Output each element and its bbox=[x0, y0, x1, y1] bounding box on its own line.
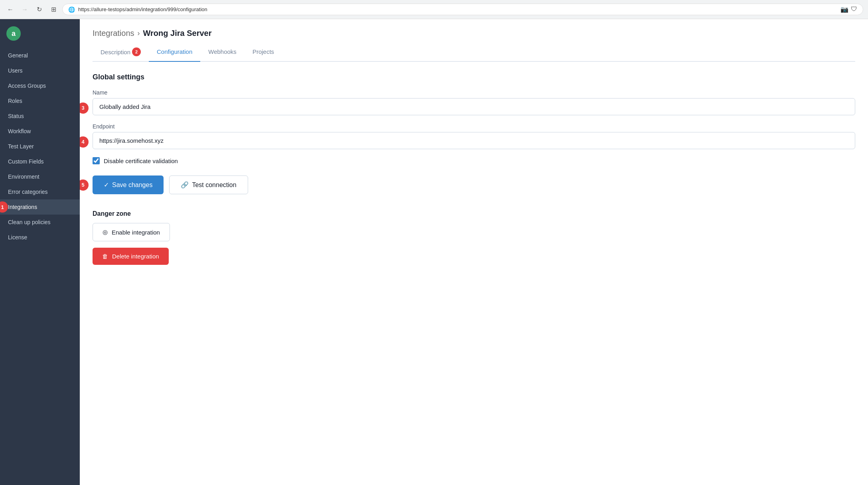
disable-cert-row: Disable certificate validation bbox=[93, 157, 855, 164]
tab-badge-0: 2 bbox=[132, 47, 141, 56]
tab-configuration[interactable]: Configuration bbox=[149, 44, 200, 62]
sidebar-item-label-8: Environment bbox=[8, 173, 39, 180]
sidebar-item-label-2: Access Groups bbox=[8, 83, 46, 89]
disable-cert-label[interactable]: Disable certificate validation bbox=[104, 158, 178, 164]
sidebar-item-clean-up-policies[interactable]: Clean up policies bbox=[0, 215, 80, 230]
tab-description[interactable]: Description2 bbox=[93, 44, 149, 62]
name-label: Name bbox=[93, 89, 855, 96]
camera-icon: 📷 bbox=[840, 6, 848, 13]
sidebar-item-label-1: Users bbox=[8, 67, 23, 74]
endpoint-field-group: 4 Endpoint bbox=[93, 123, 855, 149]
sidebar-item-users[interactable]: Users bbox=[0, 63, 80, 78]
sidebar-nav: GeneralUsersAccess GroupsRolesStatusWork… bbox=[0, 48, 80, 485]
enable-integration-label: Enable integration bbox=[112, 229, 160, 236]
apps-button[interactable]: ⊞ bbox=[48, 4, 59, 15]
tab-projects[interactable]: Projects bbox=[245, 44, 282, 62]
sidebar-logo: a bbox=[0, 19, 80, 48]
sidebar-item-label-4: Status bbox=[8, 113, 24, 119]
sidebar-item-roles[interactable]: Roles bbox=[0, 93, 80, 108]
annotation-badge-4: 4 bbox=[80, 136, 89, 148]
logo-icon: a bbox=[6, 26, 21, 41]
sidebar-item-label-6: Test Layer bbox=[8, 143, 34, 150]
save-icon: ✓ bbox=[104, 181, 109, 189]
sidebar-item-label-9: Error categories bbox=[8, 189, 48, 195]
sidebar-item-environment[interactable]: Environment bbox=[0, 169, 80, 184]
breadcrumb-parent[interactable]: Integrations bbox=[93, 29, 134, 38]
sidebar-item-integrations[interactable]: 1Integrations bbox=[0, 199, 80, 215]
delete-integration-button[interactable]: 🗑 Delete integration bbox=[93, 248, 169, 265]
main-content: Integrations › Wrong Jira Server Descrip… bbox=[80, 19, 868, 485]
breadcrumb-current: Wrong Jira Server bbox=[143, 29, 212, 38]
tab-webhooks[interactable]: Webhooks bbox=[200, 44, 245, 62]
sidebar-item-label-3: Roles bbox=[8, 98, 22, 104]
test-connection-label: Test connection bbox=[192, 181, 236, 189]
app-layout: a GeneralUsersAccess GroupsRolesStatusWo… bbox=[0, 19, 868, 485]
shield-icon: 🛡 bbox=[851, 6, 857, 13]
sidebar-item-license[interactable]: License bbox=[0, 230, 80, 245]
name-field-group: 3 Name bbox=[93, 89, 855, 115]
breadcrumb: Integrations › Wrong Jira Server bbox=[93, 29, 855, 38]
action-buttons-row: 5 ✓ Save changes 🔗 Test connection bbox=[93, 175, 855, 194]
danger-zone-title: Danger zone bbox=[93, 210, 855, 217]
address-bar[interactable]: 🌐 https://allure-testops/admin/integrati… bbox=[62, 4, 863, 15]
delete-integration-label: Delete integration bbox=[112, 253, 159, 260]
enable-integration-icon: ◎ bbox=[103, 229, 108, 236]
save-changes-button[interactable]: ✓ Save changes bbox=[93, 175, 164, 194]
name-input[interactable] bbox=[93, 98, 855, 115]
forward-button[interactable]: → bbox=[19, 4, 30, 15]
sidebar-item-label-11: Clean up policies bbox=[8, 219, 51, 225]
endpoint-input[interactable] bbox=[93, 132, 855, 149]
sidebar-item-access-groups[interactable]: Access Groups bbox=[0, 78, 80, 93]
sidebar-item-status[interactable]: Status bbox=[0, 108, 80, 124]
danger-zone-section: Danger zone ◎ Enable integration 🗑 Delet… bbox=[93, 210, 855, 265]
sidebar-item-test-layer[interactable]: Test Layer bbox=[0, 139, 80, 154]
tabs-bar: Description2ConfigurationWebhooksProject… bbox=[93, 44, 855, 62]
sidebar-item-general[interactable]: General bbox=[0, 48, 80, 63]
globe-icon: 🌐 bbox=[68, 6, 75, 13]
reload-button[interactable]: ↻ bbox=[34, 4, 45, 15]
sidebar-item-custom-fields[interactable]: Custom Fields bbox=[0, 154, 80, 169]
annotation-badge-3: 3 bbox=[80, 103, 89, 114]
delete-integration-icon: 🗑 bbox=[102, 253, 108, 260]
global-settings-title: Global settings bbox=[93, 73, 855, 81]
sidebar: a GeneralUsersAccess GroupsRolesStatusWo… bbox=[0, 19, 80, 485]
annotation-badge-5: 5 bbox=[80, 179, 89, 191]
global-settings-section: Global settings 3 Name 4 Endpoint Disabl… bbox=[93, 73, 855, 194]
url-text: https://allure-testops/admin/integration… bbox=[78, 6, 837, 12]
browser-action-icons: 📷 🛡 bbox=[840, 6, 857, 13]
enable-integration-button[interactable]: ◎ Enable integration bbox=[93, 223, 170, 241]
sidebar-item-error-categories[interactable]: Error categories bbox=[0, 184, 80, 199]
browser-chrome: ← → ↻ ⊞ 🌐 https://allure-testops/admin/i… bbox=[0, 0, 868, 19]
link-icon: 🔗 bbox=[181, 181, 189, 189]
save-changes-label: Save changes bbox=[112, 181, 152, 189]
test-connection-button[interactable]: 🔗 Test connection bbox=[169, 175, 248, 194]
endpoint-label: Endpoint bbox=[93, 123, 855, 130]
disable-cert-checkbox[interactable] bbox=[93, 157, 100, 164]
sidebar-item-label-0: General bbox=[8, 52, 28, 59]
sidebar-item-label-10: Integrations bbox=[8, 204, 37, 210]
sidebar-item-workflow[interactable]: Workflow bbox=[0, 124, 80, 139]
sidebar-item-label-5: Workflow bbox=[8, 128, 31, 134]
sidebar-item-label-12: License bbox=[8, 234, 27, 241]
sidebar-item-label-7: Custom Fields bbox=[8, 158, 43, 165]
breadcrumb-separator: › bbox=[138, 29, 140, 37]
back-button[interactable]: ← bbox=[5, 4, 16, 15]
